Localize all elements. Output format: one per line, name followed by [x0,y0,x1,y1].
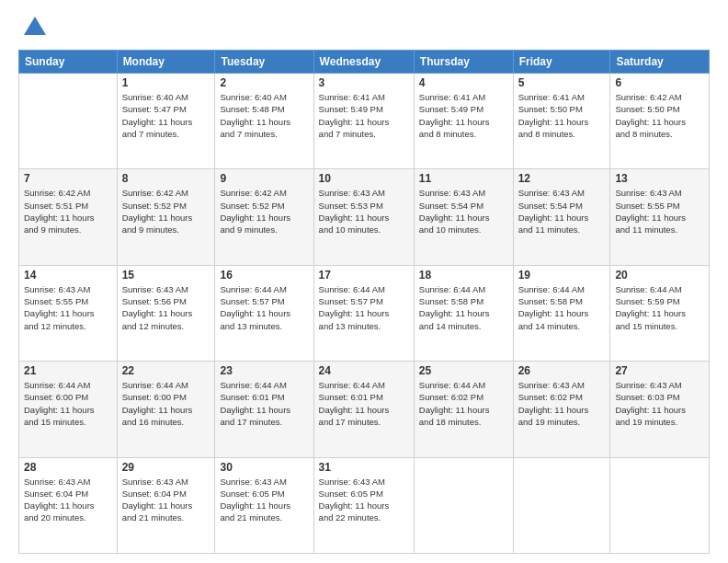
week-row-2: 14Sunrise: 6:43 AMSunset: 5:55 PMDayligh… [19,265,710,361]
calendar-cell: 6Sunrise: 6:42 AMSunset: 5:50 PMDaylight… [610,74,710,169]
calendar-cell: 9Sunrise: 6:42 AMSunset: 5:52 PMDaylight… [215,169,313,265]
calendar-cell: 3Sunrise: 6:41 AMSunset: 5:49 PMDaylight… [313,74,414,169]
svg-marker-0 [24,17,46,35]
day-info: Sunrise: 6:44 AMSunset: 5:57 PMDaylight:… [319,283,409,332]
day-info: Sunrise: 6:40 AMSunset: 5:47 PMDaylight:… [122,91,210,140]
week-row-4: 28Sunrise: 6:43 AMSunset: 6:04 PMDayligh… [19,457,710,553]
day-number: 19 [518,269,606,282]
day-number: 17 [319,269,409,282]
day-header-monday: Monday [117,51,215,74]
day-number: 26 [518,364,606,377]
calendar-cell: 14Sunrise: 6:43 AMSunset: 5:55 PMDayligh… [19,265,118,361]
day-info: Sunrise: 6:43 AMSunset: 6:04 PMDaylight:… [24,476,112,524]
day-number: 23 [220,364,308,377]
day-number: 4 [419,76,508,89]
day-info: Sunrise: 6:44 AMSunset: 5:57 PMDaylight:… [220,283,308,332]
day-info: Sunrise: 6:42 AMSunset: 5:52 PMDaylight:… [220,187,308,236]
day-info: Sunrise: 6:43 AMSunset: 5:54 PMDaylight:… [419,187,508,236]
day-info: Sunrise: 6:43 AMSunset: 5:54 PMDaylight:… [518,187,606,236]
day-number: 12 [518,172,606,185]
calendar-cell [414,457,513,553]
calendar-cell [19,74,118,169]
calendar-cell: 28Sunrise: 6:43 AMSunset: 6:04 PMDayligh… [19,457,118,553]
calendar-cell: 12Sunrise: 6:43 AMSunset: 5:54 PMDayligh… [513,169,610,265]
day-number: 7 [24,172,112,185]
day-info: Sunrise: 6:41 AMSunset: 5:49 PMDaylight:… [319,91,409,140]
calendar-cell: 27Sunrise: 6:43 AMSunset: 6:03 PMDayligh… [610,362,710,457]
header [18,15,710,40]
week-row-3: 21Sunrise: 6:44 AMSunset: 6:00 PMDayligh… [19,362,710,457]
calendar-cell [610,457,710,553]
week-row-1: 7Sunrise: 6:42 AMSunset: 5:51 PMDaylight… [19,169,710,265]
day-info: Sunrise: 6:43 AMSunset: 6:02 PMDaylight:… [518,379,606,428]
day-number: 29 [122,461,210,474]
page: SundayMondayTuesdayWednesdayThursdayFrid… [0,0,728,563]
day-info: Sunrise: 6:43 AMSunset: 5:53 PMDaylight:… [319,187,409,236]
calendar-cell: 15Sunrise: 6:43 AMSunset: 5:56 PMDayligh… [117,265,215,361]
day-number: 2 [220,76,308,89]
calendar-cell: 10Sunrise: 6:43 AMSunset: 5:53 PMDayligh… [313,169,414,265]
header-row: SundayMondayTuesdayWednesdayThursdayFrid… [19,51,710,74]
day-info: Sunrise: 6:42 AMSunset: 5:51 PMDaylight:… [24,187,112,236]
day-info: Sunrise: 6:43 AMSunset: 6:05 PMDaylight:… [319,476,409,524]
day-number: 16 [220,269,308,282]
day-info: Sunrise: 6:42 AMSunset: 5:50 PMDaylight:… [615,91,704,140]
day-info: Sunrise: 6:43 AMSunset: 6:04 PMDaylight:… [122,476,210,524]
day-info: Sunrise: 6:43 AMSunset: 5:56 PMDaylight:… [122,283,210,332]
day-number: 13 [615,172,704,185]
day-info: Sunrise: 6:44 AMSunset: 6:02 PMDaylight:… [419,379,508,428]
day-number: 20 [615,269,704,282]
calendar-cell: 30Sunrise: 6:43 AMSunset: 6:05 PMDayligh… [215,457,313,553]
calendar-cell: 8Sunrise: 6:42 AMSunset: 5:52 PMDaylight… [117,169,215,265]
day-number: 10 [319,172,409,185]
week-row-0: 1Sunrise: 6:40 AMSunset: 5:47 PMDaylight… [19,74,710,169]
day-number: 3 [319,76,409,89]
calendar-cell: 29Sunrise: 6:43 AMSunset: 6:04 PMDayligh… [117,457,215,553]
day-number: 6 [615,76,704,89]
day-number: 8 [122,172,210,185]
day-number: 27 [615,364,704,377]
day-info: Sunrise: 6:42 AMSunset: 5:52 PMDaylight:… [122,187,210,236]
day-info: Sunrise: 6:43 AMSunset: 5:55 PMDaylight:… [24,283,112,332]
day-info: Sunrise: 6:43 AMSunset: 5:55 PMDaylight:… [615,187,704,236]
calendar-cell: 19Sunrise: 6:44 AMSunset: 5:58 PMDayligh… [513,265,610,361]
calendar-cell: 7Sunrise: 6:42 AMSunset: 5:51 PMDaylight… [19,169,118,265]
day-info: Sunrise: 6:44 AMSunset: 6:00 PMDaylight:… [24,379,112,428]
day-number: 22 [122,364,210,377]
logo [18,15,48,40]
day-number: 28 [24,461,112,474]
day-info: Sunrise: 6:41 AMSunset: 5:50 PMDaylight:… [518,91,606,140]
day-header-sunday: Sunday [19,51,118,74]
day-number: 1 [122,76,210,89]
day-info: Sunrise: 6:40 AMSunset: 5:48 PMDaylight:… [220,91,308,140]
day-number: 11 [419,172,508,185]
day-info: Sunrise: 6:44 AMSunset: 5:59 PMDaylight:… [615,283,704,332]
day-info: Sunrise: 6:41 AMSunset: 5:49 PMDaylight:… [419,91,508,140]
day-number: 25 [419,364,508,377]
calendar-cell: 17Sunrise: 6:44 AMSunset: 5:57 PMDayligh… [313,265,414,361]
calendar-cell: 31Sunrise: 6:43 AMSunset: 6:05 PMDayligh… [313,457,414,553]
calendar-cell: 20Sunrise: 6:44 AMSunset: 5:59 PMDayligh… [610,265,710,361]
calendar-cell: 23Sunrise: 6:44 AMSunset: 6:01 PMDayligh… [215,362,313,457]
calendar-cell: 25Sunrise: 6:44 AMSunset: 6:02 PMDayligh… [414,362,513,457]
day-number: 5 [518,76,606,89]
calendar-table: SundayMondayTuesdayWednesdayThursdayFrid… [18,50,710,554]
calendar-cell: 5Sunrise: 6:41 AMSunset: 5:50 PMDaylight… [513,74,610,169]
day-info: Sunrise: 6:44 AMSunset: 5:58 PMDaylight:… [518,283,606,332]
logo-icon [22,15,48,40]
day-info: Sunrise: 6:44 AMSunset: 6:01 PMDaylight:… [220,379,308,428]
day-info: Sunrise: 6:43 AMSunset: 6:05 PMDaylight:… [220,476,308,524]
day-header-wednesday: Wednesday [313,51,414,74]
calendar-cell: 13Sunrise: 6:43 AMSunset: 5:55 PMDayligh… [610,169,710,265]
day-number: 30 [220,461,308,474]
day-number: 15 [122,269,210,282]
calendar-cell: 18Sunrise: 6:44 AMSunset: 5:58 PMDayligh… [414,265,513,361]
day-info: Sunrise: 6:44 AMSunset: 6:01 PMDaylight:… [319,379,409,428]
day-header-thursday: Thursday [414,51,513,74]
calendar-cell: 4Sunrise: 6:41 AMSunset: 5:49 PMDaylight… [414,74,513,169]
day-number: 31 [319,461,409,474]
day-header-tuesday: Tuesday [215,51,313,74]
day-header-friday: Friday [513,51,610,74]
calendar-cell: 11Sunrise: 6:43 AMSunset: 5:54 PMDayligh… [414,169,513,265]
calendar-cell: 2Sunrise: 6:40 AMSunset: 5:48 PMDaylight… [215,74,313,169]
